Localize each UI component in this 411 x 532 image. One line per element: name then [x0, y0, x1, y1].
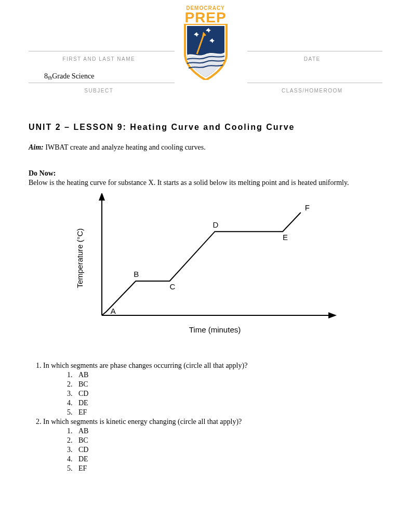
- option: CD: [74, 446, 382, 454]
- donow-text: Below is the heating curve for substance…: [29, 179, 382, 187]
- homeroom-field: [247, 70, 383, 83]
- logo-line2: PREP: [182, 11, 229, 24]
- svg-text:Time (minutes): Time (minutes): [189, 325, 240, 334]
- subject-field: 8th Grade Science: [29, 70, 175, 83]
- shield-icon: [182, 24, 229, 80]
- questions-block: In which segments are phase changes occu…: [29, 362, 382, 473]
- option: BC: [74, 436, 382, 445]
- option: DE: [74, 399, 382, 407]
- option-label: EF: [74, 408, 87, 416]
- date-field: [247, 39, 383, 51]
- question-2: In which segments is kinetic energy chan…: [43, 418, 382, 473]
- svg-text:A: A: [110, 307, 115, 315]
- logo: DEMOCRACY PREP: [182, 5, 229, 82]
- name-label: FIRST AND LAST NAME: [29, 55, 169, 70]
- svg-text:B: B: [134, 270, 139, 278]
- aim-line: Aim: IWBAT create and analyze heating an…: [29, 143, 382, 152]
- option-label: AB: [74, 371, 88, 379]
- class-label: CLASS/HOMEROOM: [242, 86, 383, 102]
- svg-text:F: F: [304, 203, 309, 212]
- svg-text:D: D: [213, 220, 218, 229]
- option: DE: [74, 455, 382, 463]
- option: EF: [74, 464, 382, 473]
- svg-text:Temperature (°C): Temperature (°C): [75, 228, 84, 288]
- page-title: UNIT 2 – LESSON 9: Heating Curve and Coo…: [29, 123, 382, 132]
- aim-label: Aim:: [29, 143, 44, 151]
- option-label: AB: [74, 427, 88, 435]
- date-label: DATE: [242, 55, 383, 70]
- svg-text:C: C: [169, 282, 175, 291]
- svg-text:E: E: [283, 233, 288, 242]
- name-field: [29, 39, 175, 51]
- heating-curve-chart: ABCDEFTime (minutes)Temperature (°C): [73, 193, 338, 341]
- option: EF: [74, 408, 382, 417]
- option-label: CD: [74, 390, 88, 397]
- aim-text: IWBAT create and analyze heating and coo…: [44, 143, 206, 151]
- option-label: BC: [74, 380, 88, 388]
- option: AB: [74, 427, 382, 435]
- option-label: BC: [74, 436, 88, 444]
- question-text: In which segments are phase changes occu…: [43, 362, 247, 369]
- option: AB: [74, 371, 382, 379]
- option: CD: [74, 390, 382, 398]
- option-label: CD: [74, 446, 88, 454]
- donow-heading: Do Now:: [29, 169, 382, 178]
- question-1: In which segments are phase changes occu…: [43, 362, 382, 417]
- option-label: DE: [74, 399, 88, 407]
- subject-label: SUBJECT: [29, 86, 169, 102]
- option-label: DE: [74, 455, 88, 463]
- option-label: EF: [74, 464, 87, 472]
- option: BC: [74, 380, 382, 389]
- question-text: In which segments is kinetic energy chan…: [43, 418, 242, 425]
